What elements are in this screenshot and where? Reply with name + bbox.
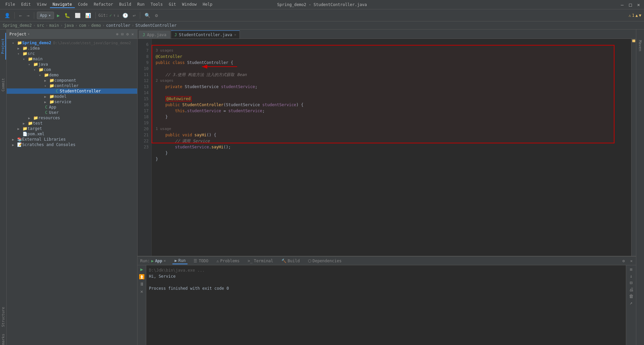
breadcrumb-item-2[interactable]: main: [49, 23, 59, 28]
breadcrumb-item-0[interactable]: Spring_demo2: [3, 23, 32, 28]
tree-model[interactable]: ▶ 📁 model: [7, 94, 137, 99]
tab-app-java[interactable]: J App.java: [139, 30, 170, 39]
tab-problems[interactable]: ⚠ Problems: [214, 258, 241, 264]
git-push-icon[interactable]: ↑: [113, 13, 115, 18]
menu-git[interactable]: Git: [166, 1, 179, 8]
line-num-8: 8: [138, 54, 149, 60]
commit-tab[interactable]: Commit: [0, 73, 6, 96]
rerun-button[interactable]: ▶: [140, 267, 143, 272]
tree-test[interactable]: ▶ 📁 test: [7, 121, 137, 126]
tree-external-libs[interactable]: ▶ 📚 External Libraries: [7, 137, 137, 142]
xml-file-icon: 📄: [22, 132, 28, 136]
maven-tab[interactable]: Maven: [637, 38, 644, 54]
menu-edit[interactable]: Edit: [18, 1, 34, 8]
breadcrumb: Spring_demo2 › src › main › java › com ›…: [0, 21, 644, 29]
settings-icon[interactable]: ⚙: [153, 12, 159, 19]
tab-close-icon[interactable]: ✕: [234, 33, 236, 37]
code-editor[interactable]: 3 usages @Controller public class Studen…: [152, 39, 631, 256]
menu-refactor[interactable]: Refactor: [91, 1, 116, 8]
pause-button[interactable]: ⏸: [140, 281, 144, 287]
tab-todo[interactable]: ☰ TODO: [192, 258, 210, 264]
settings-panel-icon[interactable]: ⚙: [126, 31, 129, 37]
minimize-button[interactable]: —: [620, 2, 625, 7]
tree-component[interactable]: ▶ 📁 component: [7, 78, 137, 83]
warning-down-icon[interactable]: ▼: [639, 13, 641, 18]
tree-user[interactable]: C User: [7, 110, 137, 115]
menu-help[interactable]: Help: [200, 1, 215, 8]
tree-service[interactable]: ▶ 📁 service: [7, 99, 137, 105]
forward-button[interactable]: →: [25, 12, 31, 19]
breadcrumb-item-6[interactable]: controller: [106, 23, 130, 28]
breadcrumb-item-5[interactable]: demo: [91, 23, 101, 28]
scroll-end-icon[interactable]: ↓: [630, 273, 632, 279]
tree-idea[interactable]: ▶ 📁 .idea: [7, 46, 137, 51]
tab-student-controller[interactable]: J StudentController.java ✕: [171, 30, 240, 39]
project-tab[interactable]: Project: [0, 33, 6, 60]
git-pull-icon[interactable]: ↓: [117, 13, 119, 18]
menu-window[interactable]: Window: [179, 1, 199, 8]
user-icon[interactable]: 👤: [3, 12, 12, 19]
tab-dependencies[interactable]: ⬡ Dependencies: [306, 258, 344, 264]
project-folder-icon: 📁: [17, 41, 22, 45]
menu-build[interactable]: Build: [116, 1, 134, 8]
menu-bar[interactable]: File Edit View Navigate Code Refactor Bu…: [3, 1, 215, 8]
stop-button[interactable]: ⏫: [139, 274, 145, 279]
breadcrumb-item-7[interactable]: StudentController: [136, 23, 177, 28]
trash-icon[interactable]: 🗑: [629, 293, 634, 299]
bookmarks-tab[interactable]: Bookmarks: [0, 330, 6, 345]
tree-com[interactable]: ▾ 📁 com: [7, 67, 137, 72]
print-icon[interactable]: 🖨: [629, 287, 634, 292]
menu-run[interactable]: Run: [135, 1, 147, 8]
tab-terminal[interactable]: >_ Terminal: [246, 258, 275, 264]
run-close-icon[interactable]: ✕: [164, 259, 166, 263]
close-panel-icon[interactable]: ✕: [131, 31, 135, 37]
menu-navigate[interactable]: Navigate: [50, 1, 75, 8]
menu-tools[interactable]: Tools: [148, 1, 165, 8]
coverage-button[interactable]: ⬜: [73, 12, 82, 19]
tree-java[interactable]: ▾ 📁 java: [7, 62, 137, 67]
pom-label: pom.xml: [28, 132, 45, 136]
breadcrumb-item-4[interactable]: com: [79, 23, 86, 28]
tree-pom[interactable]: 📄 pom.xml: [7, 131, 137, 137]
maximize-button[interactable]: □: [628, 2, 633, 7]
collapse-all-icon[interactable]: ⊟: [120, 31, 124, 37]
tab-run[interactable]: ▶ Run: [172, 258, 187, 264]
git-history-icon[interactable]: 🕐: [121, 12, 130, 19]
git-rollback-icon[interactable]: ↩: [131, 12, 137, 19]
tab-build[interactable]: 🔨 Build: [279, 258, 302, 264]
back-button[interactable]: ←: [17, 12, 23, 19]
breadcrumb-item-3[interactable]: java: [64, 23, 74, 28]
tree-controller[interactable]: ▾ 📁 controller: [7, 83, 137, 88]
tree-main[interactable]: ▾ 📁 main: [7, 56, 137, 62]
close-button[interactable]: ✕: [636, 2, 641, 7]
window-controls[interactable]: — □ ✕: [620, 2, 641, 7]
debug-button[interactable]: 🐛: [63, 12, 72, 19]
tree-scratches[interactable]: ▶ 📝 Scratches and Consoles: [7, 142, 137, 147]
close-run-panel-icon[interactable]: ✕: [630, 258, 633, 264]
search-everywhere-icon[interactable]: 🔍: [143, 12, 152, 19]
menu-view[interactable]: View: [34, 1, 49, 8]
tree-root[interactable]: ▾ 📁 Spring_demo2 D:\Java\code\test_java\…: [7, 40, 137, 46]
filter-icon[interactable]: ⊟: [630, 280, 632, 285]
breadcrumb-item-1[interactable]: src: [37, 23, 44, 28]
soft-wrap-icon[interactable]: ≡: [630, 267, 632, 272]
tree-app[interactable]: C App: [7, 105, 137, 110]
tree-target[interactable]: ▶ 📁 target: [7, 126, 137, 131]
settings-run-icon[interactable]: ⚙: [622, 258, 626, 264]
warning-indicator[interactable]: ⚠ 1 ▲ ▼: [629, 13, 641, 18]
menu-code[interactable]: Code: [75, 1, 91, 8]
locate-file-icon[interactable]: ⊕: [115, 31, 119, 37]
tree-demo[interactable]: ▾ 📁 demo: [7, 72, 137, 78]
profile-button[interactable]: 📊: [84, 12, 93, 19]
tree-student-controller[interactable]: C StudentController: [7, 88, 137, 94]
warning-up-icon[interactable]: ▲: [636, 13, 638, 18]
run-button[interactable]: ▶: [55, 12, 61, 19]
close-run-icon[interactable]: ✕: [140, 289, 143, 294]
panel-dropdown-icon[interactable]: ▾: [28, 32, 30, 36]
menu-file[interactable]: File: [3, 1, 18, 8]
run-config-dropdown[interactable]: App ▾: [37, 12, 54, 19]
external-icon[interactable]: ↗: [630, 300, 632, 305]
tree-resources[interactable]: ▶ 📁 resources: [7, 115, 137, 121]
tree-src[interactable]: ▾ 📁 src: [7, 51, 137, 56]
structure-tab[interactable]: Structure: [0, 303, 6, 330]
